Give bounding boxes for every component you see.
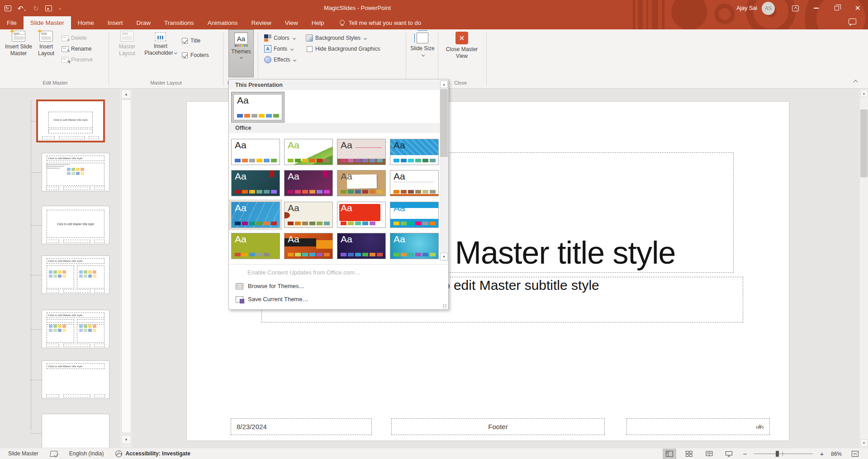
theme-color-swatches (235, 190, 277, 194)
footer-placeholder[interactable]: Footer (391, 418, 605, 435)
slideshow-view-button[interactable] (722, 449, 736, 459)
zoom-slider-thumb[interactable] (776, 451, 779, 457)
collapse-ribbon-icon[interactable] (854, 79, 858, 84)
tell-me-box[interactable]: Tell me what you want to do (339, 16, 421, 29)
quick-access-toolbar: ↻ ↶⌄ ↻ ▸ ⌄ (5, 0, 62, 16)
start-slideshow-icon[interactable]: ▸ (45, 5, 52, 11)
close-master-view-icon: ✕ (455, 32, 468, 44)
zoom-slider[interactable] (754, 454, 813, 454)
insert-slide-master-button[interactable]: Insert Slide Master (4, 31, 33, 76)
theme-tile-main-event[interactable]: Aa (390, 202, 439, 228)
effects-button[interactable]: Effects (264, 55, 296, 65)
date-placeholder[interactable]: 8/23/2024 (231, 418, 372, 435)
close-button[interactable]: ✕ (847, 0, 868, 16)
ribbon-display-options-button[interactable] (785, 0, 806, 16)
theme-tile-ion[interactable]: Aa (231, 170, 280, 196)
insert-placeholder-button[interactable]: Insert Placeholder (144, 31, 177, 76)
theme-tile-wisp[interactable]: Aa (284, 202, 333, 228)
theme-aa-sample: Aa (341, 234, 352, 245)
avatar[interactable]: AS (762, 2, 775, 15)
slide-thumbnail-7-blank[interactable] (42, 414, 109, 448)
thumbnail-scroll-down-icon[interactable]: ▼ (121, 435, 131, 444)
theme-tile-basis[interactable]: Aa (231, 233, 280, 259)
slide-sorter-view-button[interactable] (683, 449, 696, 459)
fit-slide-to-window-button[interactable] (848, 449, 862, 459)
minimize-button[interactable] (806, 0, 826, 16)
tab-view[interactable]: View (278, 16, 305, 29)
theme-tile-slice[interactable]: Aa (231, 202, 280, 228)
theme-tile-droplet[interactable]: Aa (390, 233, 439, 259)
tab-review[interactable]: Review (244, 16, 278, 29)
reading-view-button[interactable] (702, 449, 716, 459)
slide-thumbnail-5-comparison[interactable]: Click to edit Master title style (42, 310, 109, 348)
footers-checkbox[interactable]: Footers (182, 51, 209, 59)
fonts-button[interactable]: A Fonts (264, 44, 293, 54)
restore-button[interactable] (826, 0, 847, 16)
customize-qat-icon[interactable]: ⌄ (58, 6, 62, 10)
close-master-view-button[interactable]: ✕ Close Master View (442, 31, 481, 76)
comments-icon[interactable] (849, 19, 856, 24)
tab-insert[interactable]: Insert (101, 16, 130, 29)
slide-thumbnail-1-master[interactable]: Click to edit Master title style (36, 99, 105, 142)
zoom-out-button[interactable]: − (742, 450, 748, 458)
slide-thumbnail-4-twocontent[interactable]: Click to edit Master title style (42, 256, 109, 294)
canvas-scroll-down-icon[interactable]: ▼ (860, 439, 868, 447)
save-icon[interactable]: ↻ (5, 5, 11, 11)
theme-tile-integral[interactable]: Aa (390, 139, 439, 165)
theme-tile-retrospect[interactable]: Aa (390, 170, 439, 196)
canvas-scroll-up-icon[interactable]: ▲ (860, 90, 868, 97)
dropdown-resize-grip[interactable] (442, 304, 447, 308)
theme-tile-ion-boardroom[interactable]: Aa (284, 170, 333, 196)
normal-view-button[interactable] (663, 449, 676, 459)
theme-tile-gallery[interactable]: Aa (337, 139, 386, 165)
undo-icon[interactable]: ↶⌄ (18, 5, 27, 12)
status-language[interactable]: English (India) (69, 450, 104, 457)
slide-size-button[interactable]: Slide Size (409, 31, 436, 76)
tab-draw[interactable]: Draw (130, 16, 158, 29)
canvas-scroll-thumb[interactable] (860, 109, 868, 177)
tab-home[interactable]: Home (71, 16, 101, 29)
tab-help[interactable]: Help (305, 16, 331, 29)
canvas-scrollbar[interactable]: ▲ ▼ (860, 89, 868, 448)
theme-tile-organic[interactable]: Aa (337, 170, 386, 196)
gallery-scroll-thumb[interactable] (440, 89, 448, 157)
gallery-scroll-down-icon[interactable]: ▼ (440, 253, 448, 260)
colors-button[interactable]: Colors (264, 33, 295, 43)
slide-thumbnail-6-titleonly[interactable]: Click to edit Master title style (42, 360, 109, 399)
effects-icon (264, 56, 271, 63)
tab-file[interactable]: File (0, 16, 24, 29)
spell-check-icon[interactable] (50, 450, 57, 457)
tab-animations[interactable]: Animations (201, 16, 245, 29)
theme-aa-sample: Aa (288, 140, 299, 151)
insert-layout-button[interactable]: Insert Layout (35, 31, 57, 76)
menu-item-enable-content-updates-from-office-com: Enable Content Updates from Office.com… (229, 266, 439, 279)
background-styles-button[interactable]: Background Styles (306, 33, 366, 43)
theme-tile-badge[interactable]: Aa (337, 202, 386, 228)
theme-tile-office[interactable]: Aa (231, 139, 280, 165)
title-checkbox[interactable]: Title (182, 37, 200, 45)
theme-tile-facet[interactable]: Aa (284, 139, 333, 165)
slide-thumbnail-2-content[interactable]: Click to edit Master title style (42, 153, 109, 191)
menu-item-save-current-theme[interactable]: Save Current Theme… (229, 293, 439, 305)
menu-item-browse-for-themes[interactable]: Browse for Themes… (229, 280, 439, 292)
zoom-in-button[interactable]: + (819, 450, 825, 458)
thumbnail-scrollbar[interactable]: ▲ ▼ (120, 89, 132, 448)
thumbnail-scroll-thumb[interactable] (121, 99, 131, 433)
thumbnail-scroll-up-icon[interactable]: ▲ (121, 90, 131, 99)
slide-thumbnail-3-bigtitle[interactable]: Click to edit Master title style (42, 206, 109, 244)
theme-tile-berlin[interactable]: Aa (284, 233, 333, 259)
accessibility-status[interactable]: Accessibility: Investigate (115, 450, 190, 457)
theme-tile-dividend[interactable]: Aa (337, 233, 386, 259)
themes-gallery-scrollbar[interactable]: ▲ (440, 80, 448, 261)
themes-button[interactable]: Aa Themes (228, 29, 254, 77)
title-bar: ↻ ↶⌄ ↻ ▸ ⌄ MagicSlides - PowerPoint Ajay… (0, 0, 868, 16)
tab-transitions[interactable]: Transitions (157, 16, 201, 29)
rename-button[interactable]: ✎ Rename (62, 44, 91, 54)
gallery-scroll-up-icon[interactable]: ▲ (440, 80, 448, 88)
accessibility-icon (115, 450, 122, 457)
theme-tile-office[interactable]: Aa (233, 94, 282, 120)
hide-background-graphics-checkbox[interactable]: Hide Background Graphics (307, 45, 380, 53)
zoom-percentage[interactable]: 86% (831, 451, 842, 457)
tab-slide-master[interactable]: Slide Master (24, 16, 71, 29)
slide-number-placeholder[interactable]: ‹#› (626, 418, 770, 435)
